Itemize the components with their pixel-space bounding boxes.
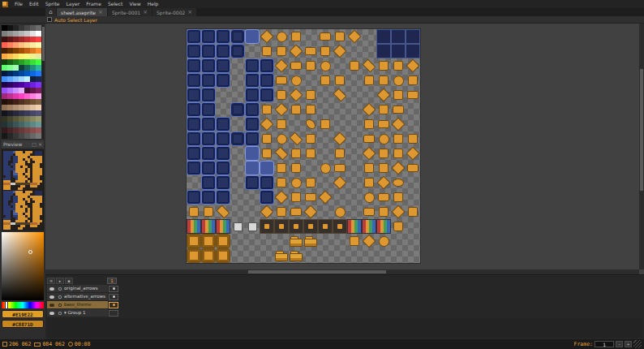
palette-swatch[interactable]: [2, 88, 7, 93]
palette-swatch[interactable]: [19, 116, 24, 122]
palette-swatch[interactable]: [30, 88, 36, 93]
palette-swatch[interactable]: [24, 48, 30, 54]
timeline-header-button-0[interactable]: ≡: [47, 278, 55, 284]
palette-swatch[interactable]: [19, 105, 24, 110]
palette-swatch[interactable]: [30, 65, 36, 71]
palette-swatch[interactable]: [2, 110, 7, 116]
palette-swatch[interactable]: [19, 59, 24, 65]
layer-row-left[interactable]: original_arrows: [47, 285, 108, 292]
palette-swatch[interactable]: [24, 42, 30, 48]
palette-swatch[interactable]: [19, 25, 24, 31]
palette-swatch[interactable]: [7, 82, 13, 88]
palette-swatch[interactable]: [19, 93, 24, 99]
color-picker-sv-box[interactable]: [2, 232, 44, 300]
palette-swatch[interactable]: [30, 37, 36, 42]
palette-swatch[interactable]: [13, 82, 19, 88]
palette-swatch[interactable]: [36, 59, 41, 65]
layer-row-left[interactable]: alternative_arrows: [47, 293, 108, 300]
palette-swatch[interactable]: [2, 99, 7, 105]
layer-row[interactable]: ▾ Group 1: [47, 309, 642, 317]
preview-button-1[interactable]: ×: [38, 141, 42, 148]
menu-item-help[interactable]: Help: [144, 0, 162, 8]
palette-swatch[interactable]: [30, 25, 36, 31]
tab-sprite-0002[interactable]: Sprite-0002×: [152, 8, 196, 16]
palette-swatch[interactable]: [36, 65, 41, 71]
palette-swatch[interactable]: [2, 76, 7, 82]
palette-swatch[interactable]: [24, 110, 30, 116]
palette-swatch[interactable]: [36, 25, 41, 31]
resize-grip[interactable]: [633, 340, 642, 348]
background-color[interactable]: #C8871D: [2, 320, 44, 328]
palette-swatch[interactable]: [13, 133, 19, 139]
palette-swatch[interactable]: [7, 88, 13, 93]
canvas-horizontal-scrollbar[interactable]: [45, 269, 639, 274]
layer-row[interactable]: original_arrows: [47, 285, 642, 292]
palette-swatch[interactable]: [19, 133, 24, 139]
palette-swatch[interactable]: [30, 127, 36, 133]
palette-scrollbar-thumb[interactable]: [42, 27, 45, 61]
palette-swatch[interactable]: [2, 71, 7, 76]
palette-swatch[interactable]: [2, 31, 7, 37]
palette-swatch[interactable]: [2, 25, 7, 31]
palette-swatch[interactable]: [24, 127, 30, 133]
palette-swatch[interactable]: [7, 59, 13, 65]
palette-swatch[interactable]: [24, 71, 30, 76]
palette-swatch[interactable]: [30, 54, 36, 59]
palette-swatch[interactable]: [36, 31, 41, 37]
sprite-sheet-canvas[interactable]: [187, 29, 420, 263]
palette-swatch[interactable]: [13, 54, 19, 59]
palette-swatch[interactable]: [13, 71, 19, 76]
palette-swatch[interactable]: [2, 37, 7, 42]
palette-swatch[interactable]: [36, 127, 41, 133]
layer-lock-toggle[interactable]: [56, 286, 63, 292]
palette-swatch[interactable]: [24, 65, 30, 71]
tab-close-icon[interactable]: ×: [187, 10, 192, 15]
palette-swatch[interactable]: [19, 31, 24, 37]
foreground-color[interactable]: #E19E22: [2, 310, 44, 318]
palette-swatch[interactable]: [2, 93, 7, 99]
canvas-vertical-scrollbar[interactable]: [639, 24, 644, 269]
layer-visibility-toggle[interactable]: [48, 302, 55, 308]
palette-swatch[interactable]: [36, 93, 41, 99]
menu-item-frame[interactable]: Frame: [83, 0, 105, 8]
palette-swatch[interactable]: [2, 105, 7, 110]
tab-close-icon[interactable]: ×: [143, 10, 148, 15]
layer-visibility-toggle[interactable]: [48, 286, 55, 292]
palette-swatch[interactable]: [24, 88, 30, 93]
palette-swatch[interactable]: [13, 88, 19, 93]
tab-close-icon[interactable]: ×: [98, 10, 103, 15]
auto-select-layer-checkbox[interactable]: [47, 17, 52, 22]
palette-swatch[interactable]: [24, 99, 30, 105]
palette-swatch[interactable]: [24, 76, 30, 82]
palette-swatch[interactable]: [2, 127, 7, 133]
palette-swatch[interactable]: [30, 110, 36, 116]
palette-swatch[interactable]: [36, 37, 41, 42]
palette-swatch[interactable]: [13, 99, 19, 105]
palette-swatch[interactable]: [7, 105, 13, 110]
palette-swatch[interactable]: [24, 133, 30, 139]
palette-swatch[interactable]: [7, 133, 13, 139]
palette-swatch[interactable]: [7, 42, 13, 48]
layer-row-left[interactable]: ▾ Group 1: [47, 309, 108, 317]
menu-item-select[interactable]: Select: [105, 0, 127, 8]
palette-swatch[interactable]: [7, 48, 13, 54]
palette-swatch[interactable]: [30, 122, 36, 127]
home-tab-button[interactable]: ⌂: [45, 8, 56, 16]
layer-row[interactable]: base_theme: [47, 301, 642, 308]
menu-item-file[interactable]: File: [11, 0, 26, 8]
palette-swatch[interactable]: [24, 93, 30, 99]
color-picker-cursor[interactable]: [28, 250, 32, 254]
palette-swatch[interactable]: [13, 110, 19, 116]
color-picker-hue-strip[interactable]: [2, 302, 44, 308]
timeline-cel[interactable]: [109, 294, 118, 300]
palette-swatch[interactable]: [36, 82, 41, 88]
palette-swatch[interactable]: [30, 71, 36, 76]
palette-swatch[interactable]: [36, 133, 41, 139]
palette-swatch[interactable]: [13, 37, 19, 42]
timeline-header-button-1[interactable]: ▸: [56, 278, 64, 284]
palette-swatch[interactable]: [2, 54, 7, 59]
frame-decrement-button[interactable]: -: [616, 341, 623, 347]
palette-swatch[interactable]: [36, 71, 41, 76]
palette-swatch[interactable]: [7, 127, 13, 133]
layer-row-left[interactable]: base_theme: [47, 301, 108, 308]
